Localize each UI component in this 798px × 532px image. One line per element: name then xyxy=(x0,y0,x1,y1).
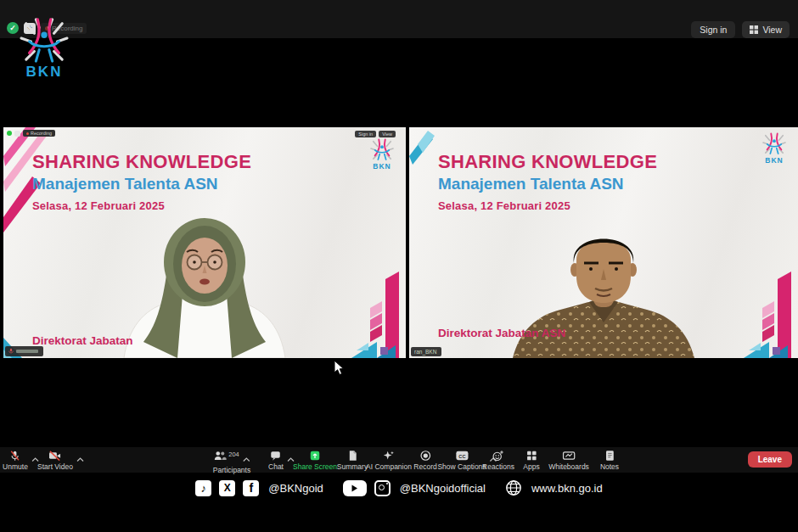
unmute-button[interactable]: Unmute xyxy=(3,450,28,471)
slide-department-label: Direktorat Jabatan ASN xyxy=(438,327,565,339)
participant-name-tag: ran_BKN xyxy=(411,347,441,356)
globe-icon xyxy=(505,479,522,496)
whiteboards-button[interactable]: Whiteboards xyxy=(548,450,589,471)
bkn-slide-logo-text: BKN xyxy=(365,162,399,171)
recording-badge-label: Recording xyxy=(31,131,52,136)
stripe-arrow-decoration xyxy=(351,269,406,358)
top-bar-actions: Sign in View xyxy=(691,21,790,38)
summary-label: Summary xyxy=(337,462,368,471)
recording-dot-icon xyxy=(26,132,29,135)
slide-date: Selasa, 12 Februari 2025 xyxy=(32,199,251,212)
bkn-slide-logo-text: BKN xyxy=(757,156,791,165)
social-handle-official: @BKNgoidofficial xyxy=(400,482,486,495)
slide-title: SHARING KNOWLEDGE xyxy=(438,151,657,173)
participant-name-tag xyxy=(5,346,43,356)
mini-view-badge[interactable]: View xyxy=(379,131,396,137)
encryption-chip-icon xyxy=(14,131,20,137)
summary-icon xyxy=(347,450,358,462)
record-icon xyxy=(419,450,431,462)
slide-date: Selasa, 12 Februari 2025 xyxy=(438,199,657,212)
apps-label: Apps xyxy=(523,462,539,471)
ai-sparkle-icon xyxy=(383,450,396,462)
video-off-icon xyxy=(48,450,63,462)
apps-button[interactable]: Apps xyxy=(523,450,539,471)
unmute-label: Unmute xyxy=(3,462,28,471)
participants-button[interactable]: 204 Participants xyxy=(213,450,250,474)
reactions-smiley-icon xyxy=(492,450,505,462)
bkn-logo: BKN xyxy=(14,17,75,81)
website-url: www.bkn.go.id xyxy=(531,482,603,495)
chat-icon xyxy=(270,450,283,462)
ai-companion-button[interactable]: AI Companion xyxy=(366,450,412,471)
chat-button[interactable]: Chat xyxy=(268,450,284,471)
reactions-button[interactable]: Reactions xyxy=(482,450,514,471)
ai-companion-label: AI Companion xyxy=(366,462,412,471)
stripe-arrow-decoration xyxy=(744,269,798,358)
show-captions-label: Show Captions xyxy=(437,462,486,471)
bkn-slide-logo: BKN xyxy=(757,132,791,165)
start-video-button[interactable]: Start Video xyxy=(37,450,73,471)
slide-subtitle: Manajemen Talenta ASN xyxy=(32,175,251,193)
bkn-burst-icon xyxy=(761,132,787,154)
svg-text:CC: CC xyxy=(458,454,465,459)
video-tile-left[interactable]: Recording Sign in View xyxy=(3,127,406,358)
slide-title-block: SHARING KNOWLEDGE Manajemen Talenta ASN … xyxy=(32,151,251,212)
mic-off-icon xyxy=(8,450,21,462)
muted-mic-icon xyxy=(8,348,14,355)
shared-screen-overlay-buttons: Sign in View xyxy=(355,131,396,137)
show-captions-button[interactable]: CC Show Captions xyxy=(437,450,486,471)
social-media-bar: ♪ X f @BKNgoid @BKNgoidofficial www.bkn.… xyxy=(0,473,798,502)
participants-icon xyxy=(213,450,227,462)
view-button[interactable]: View xyxy=(742,21,790,38)
youtube-icon xyxy=(343,480,367,496)
video-tile-right[interactable]: BKN SHARING KNOWLEDGE Manajemen Talenta … xyxy=(409,127,798,358)
social-handle-main: @BKNgoid xyxy=(268,482,323,495)
start-video-label: Start Video xyxy=(37,462,73,471)
notes-icon xyxy=(604,450,615,462)
zoom-meeting-window: ✓ ✦ Recording Sign in View xyxy=(0,0,798,532)
mouse-cursor xyxy=(334,360,345,376)
leave-button[interactable]: Leave xyxy=(748,451,792,468)
participants-options-chevron[interactable] xyxy=(243,452,250,465)
meeting-top-bar: ✓ ✦ Recording Sign in View xyxy=(0,0,798,38)
share-screen-button[interactable]: Share Screen xyxy=(293,450,337,471)
share-screen-icon xyxy=(309,450,321,462)
record-label: Record xyxy=(413,462,436,471)
slide-subtitle: Manajemen Talenta ASN xyxy=(438,175,657,193)
security-dot-icon xyxy=(7,131,12,136)
bkn-slide-logo: BKN xyxy=(365,138,399,171)
view-grid-icon xyxy=(750,25,758,34)
mini-sign-in-badge[interactable]: Sign in xyxy=(355,131,376,137)
facebook-icon: f xyxy=(243,480,259,496)
reactions-label: Reactions xyxy=(482,462,514,471)
meeting-toolbar: Unmute Start Video 204 xyxy=(0,447,798,473)
view-button-label: View xyxy=(762,25,782,35)
participant-name-text: ran_BKN xyxy=(414,349,436,355)
notes-button[interactable]: Notes xyxy=(600,450,619,471)
bkn-burst-icon xyxy=(18,17,70,63)
bkn-logo-text: BKN xyxy=(14,64,75,81)
slide-title-block: SHARING KNOWLEDGE Manajemen Talenta ASN … xyxy=(438,151,657,212)
captions-icon: CC xyxy=(455,450,469,462)
recording-badge: Recording xyxy=(23,130,55,137)
slide-department-label: Direktorat Jabatan xyxy=(32,334,133,347)
apps-icon xyxy=(525,450,537,462)
whiteboard-icon xyxy=(562,450,576,462)
x-icon: X xyxy=(219,480,235,496)
tiktok-icon: ♪ xyxy=(195,480,211,496)
summary-button[interactable]: Summary xyxy=(337,450,368,471)
slide-title: SHARING KNOWLEDGE xyxy=(32,151,251,173)
video-options-chevron[interactable] xyxy=(76,452,84,465)
notes-label: Notes xyxy=(600,462,619,471)
shared-screen-status-badges: Recording xyxy=(7,130,55,137)
sign-in-button[interactable]: Sign in xyxy=(691,21,735,38)
whiteboards-label: Whiteboards xyxy=(548,462,589,471)
chat-label: Chat xyxy=(268,462,284,471)
instagram-icon xyxy=(374,480,391,496)
bkn-burst-icon xyxy=(369,138,395,160)
participant-name-text xyxy=(16,350,38,353)
share-screen-label: Share Screen xyxy=(293,462,337,471)
record-button[interactable]: Record xyxy=(413,450,436,471)
participants-count: 204 xyxy=(228,451,239,458)
